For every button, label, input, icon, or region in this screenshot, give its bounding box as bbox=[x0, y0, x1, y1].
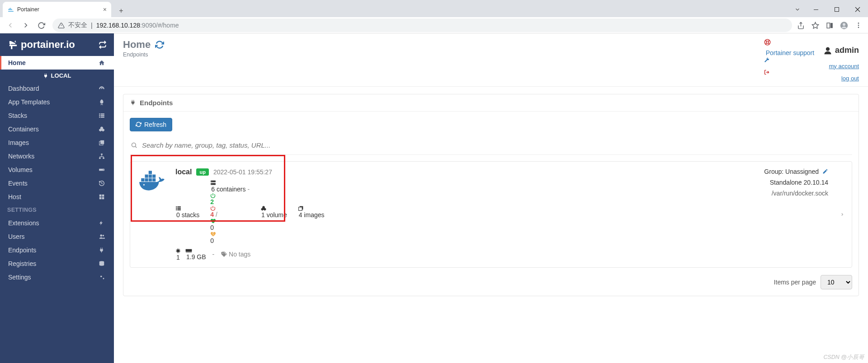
sidebar-item-label: Networks bbox=[8, 153, 34, 160]
edit-icon[interactable] bbox=[822, 168, 828, 174]
svg-point-34 bbox=[103, 278, 104, 279]
support-link[interactable]: Portainer support bbox=[766, 49, 814, 56]
env-header: LOCAL bbox=[0, 70, 114, 82]
share-icon[interactable] bbox=[797, 21, 805, 29]
svg-point-25 bbox=[103, 169, 104, 170]
browser-chrome: Portainer × + 不安全 | 192.168.10.128:9090/… bbox=[0, 0, 868, 33]
sidebar-item-events[interactable]: Events bbox=[0, 177, 114, 190]
refresh-button[interactable]: Refresh bbox=[130, 118, 172, 131]
cogs-icon bbox=[99, 274, 106, 280]
star-icon[interactable] bbox=[811, 21, 819, 29]
cubes-icon bbox=[260, 205, 287, 211]
tab-dropdown-icon[interactable] bbox=[789, 2, 806, 17]
docker-logo-icon bbox=[137, 168, 167, 194]
svg-point-36 bbox=[766, 41, 769, 43]
sidebar-item-volumes[interactable]: Volumes bbox=[0, 163, 114, 177]
my-account-link[interactable]: my account bbox=[829, 63, 859, 70]
endpoints-panel: Endpoints Refresh bbox=[123, 94, 859, 296]
items-per-page-select[interactable]: 10 bbox=[821, 275, 852, 289]
sidebar-item-images[interactable]: Images bbox=[0, 136, 114, 149]
env-switch-icon[interactable] bbox=[99, 41, 107, 49]
sidebar-item-label: Settings bbox=[8, 274, 31, 281]
svg-point-9 bbox=[843, 23, 845, 26]
home-icon bbox=[99, 60, 106, 66]
svg-rect-14 bbox=[101, 113, 104, 114]
sidebar-item-label: Dashboard bbox=[8, 85, 39, 92]
endpoint-socket: /var/run/docker.sock bbox=[764, 190, 828, 197]
svg-rect-6 bbox=[830, 23, 832, 28]
wrench-icon bbox=[764, 57, 859, 63]
svg-point-11 bbox=[858, 25, 859, 26]
close-window-button[interactable] bbox=[847, 2, 868, 17]
containers-count: 6 containers bbox=[211, 186, 245, 193]
url-path: /#/home bbox=[156, 22, 179, 29]
svg-point-30 bbox=[100, 234, 102, 237]
sidebar-item-dashboard[interactable]: Dashboard bbox=[0, 82, 114, 95]
svg-point-62 bbox=[212, 181, 212, 181]
sidebar-item-templates[interactable]: App Templates bbox=[0, 95, 114, 109]
plug-icon bbox=[99, 247, 106, 253]
sidebar-item-settings[interactable]: Settings bbox=[0, 270, 114, 284]
svg-line-38 bbox=[768, 43, 769, 44]
search-input[interactable] bbox=[142, 141, 851, 149]
stacks-count: 0 stacks bbox=[176, 211, 199, 219]
svg-rect-21 bbox=[101, 154, 103, 155]
url-bar[interactable]: 不安全 | 192.168.10.128:9090/#/home bbox=[52, 19, 792, 32]
browser-tab[interactable]: Portainer × bbox=[3, 2, 111, 17]
sidebar-item-extensions[interactable]: Extensions bbox=[0, 216, 114, 230]
svg-rect-58 bbox=[176, 209, 177, 210]
svg-rect-51 bbox=[152, 174, 156, 177]
menu-icon[interactable] bbox=[854, 21, 863, 29]
profile-icon[interactable] bbox=[840, 21, 848, 29]
svg-rect-49 bbox=[145, 174, 148, 177]
settings-header: SETTINGS bbox=[0, 204, 114, 216]
svg-rect-7 bbox=[827, 23, 830, 28]
forward-button[interactable] bbox=[19, 19, 33, 32]
sidebar-item-host[interactable]: Host bbox=[0, 190, 114, 204]
sidebar-menu: Home LOCAL Dashboard App Templates Stack… bbox=[0, 56, 114, 284]
svg-rect-56 bbox=[176, 208, 177, 209]
sidebar-item-stacks[interactable]: Stacks bbox=[0, 109, 114, 122]
endpoint-card[interactable]: local up 2022-05-01 19:55:27 0 stacks 6 … bbox=[130, 161, 852, 268]
page-subtitle: Endpoints bbox=[123, 51, 164, 58]
reading-list-icon[interactable] bbox=[826, 21, 834, 29]
tab-close-icon[interactable]: × bbox=[103, 6, 107, 13]
sidebar-item-label: Extensions bbox=[8, 219, 39, 227]
sidebar-item-networks[interactable]: Networks bbox=[0, 149, 114, 163]
hdd-icon bbox=[99, 167, 106, 173]
user-icon bbox=[823, 46, 832, 55]
svg-rect-50 bbox=[149, 174, 152, 177]
status-badge: up bbox=[196, 168, 208, 176]
endpoint-timestamp: 2022-05-01 19:55:27 bbox=[213, 168, 272, 176]
stack-icon bbox=[175, 205, 199, 211]
svg-rect-26 bbox=[99, 195, 102, 197]
maximize-button[interactable] bbox=[826, 2, 847, 17]
sidebar-item-users[interactable]: Users bbox=[0, 230, 114, 243]
svg-point-41 bbox=[826, 47, 830, 51]
url-port: :9090 bbox=[140, 22, 156, 29]
svg-rect-13 bbox=[99, 113, 100, 114]
back-button[interactable] bbox=[4, 19, 17, 32]
chevron-right-icon bbox=[840, 211, 844, 218]
svg-rect-69 bbox=[186, 249, 192, 251]
svg-rect-27 bbox=[102, 195, 104, 197]
svg-rect-17 bbox=[99, 116, 100, 117]
minimize-button[interactable] bbox=[806, 2, 826, 17]
pager: Items per page 10 bbox=[130, 275, 852, 289]
sidebar-item-registries[interactable]: Registries bbox=[0, 257, 114, 270]
svg-rect-29 bbox=[102, 197, 104, 200]
sidebar-item-endpoints[interactable]: Endpoints bbox=[0, 243, 114, 257]
cubes-icon bbox=[99, 126, 106, 132]
svg-point-53 bbox=[143, 184, 145, 185]
new-tab-button[interactable]: + bbox=[115, 5, 127, 17]
sidebar-item-home[interactable]: Home bbox=[0, 56, 114, 70]
sidebar-item-containers[interactable]: Containers bbox=[0, 122, 114, 136]
logout-link[interactable]: log out bbox=[841, 75, 859, 82]
svg-rect-28 bbox=[99, 197, 102, 200]
page-refresh-icon[interactable] bbox=[155, 40, 164, 49]
svg-rect-55 bbox=[177, 206, 181, 207]
svg-rect-67 bbox=[298, 207, 302, 210]
page-title: Home bbox=[123, 39, 151, 51]
reload-button[interactable] bbox=[34, 19, 48, 32]
heart-icon: 0 bbox=[210, 218, 250, 231]
